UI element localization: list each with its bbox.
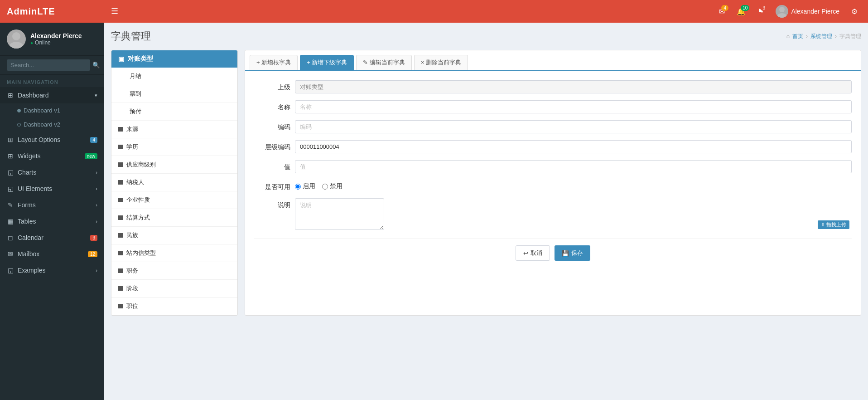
- sidebar-item-mailbox[interactable]: ✉ Mailbox 12: [0, 246, 104, 262]
- ui-icon: ◱: [7, 185, 14, 192]
- dict-group-header[interactable]: 站内信类型: [111, 244, 237, 262]
- dict-active-item[interactable]: ▣ 对账类型: [111, 50, 237, 68]
- navbar-right: ✉ 4 🔔 10 ⚑ 3 Alexander Pierce ⚙: [715, 3, 861, 20]
- cancel-button[interactable]: ↩ 取消: [516, 245, 550, 261]
- sidebar-item-forms[interactable]: ✎ Forms ›: [0, 197, 104, 213]
- sidebar-item-charts[interactable]: ◱ Charts ›: [0, 164, 104, 180]
- upload-button[interactable]: ⇧ 拖拽上传: [818, 220, 849, 229]
- dot-icon: [17, 123, 21, 127]
- sidebar-item-label: Layout Options: [18, 136, 87, 143]
- sidebar-item-widgets[interactable]: ⊞ Widgets new: [0, 148, 104, 164]
- search-button[interactable]: 🔍: [90, 62, 102, 68]
- parent-label: 上级: [254, 80, 290, 92]
- name-input[interactable]: [295, 100, 852, 113]
- tab-edit-current[interactable]: ✎ 编辑当前字典: [356, 55, 412, 70]
- plus-icon: +: [307, 59, 310, 66]
- sidebar-item-dashboard-v1[interactable]: Dashboard v1: [0, 103, 104, 117]
- dict-group-label: 阶段: [126, 284, 138, 293]
- tab-add-child[interactable]: + 新增下级字典: [300, 55, 354, 70]
- chevron-right-icon: ›: [96, 202, 97, 208]
- chevron-right-icon: ›: [96, 268, 97, 273]
- dict-group-company: 企业性质: [111, 191, 237, 209]
- sidebar-item-label: Mailbox: [18, 250, 84, 258]
- dict-group-header[interactable]: 来源: [111, 121, 237, 138]
- value-label: 值: [254, 160, 290, 171]
- dict-group-header[interactable]: 职务: [111, 262, 237, 279]
- chevron-right-icon: ›: [96, 219, 97, 224]
- tab-add-root[interactable]: + 新增根字典: [250, 55, 298, 70]
- user-menu[interactable]: Alexander Pierce: [772, 3, 843, 20]
- dict-group-header[interactable]: 阶段: [111, 280, 237, 297]
- flags-button[interactable]: ⚑ 3: [754, 5, 767, 18]
- tab-delete-current[interactable]: × 删除当前字典: [414, 55, 468, 70]
- dict-group-header[interactable]: 纳税人: [111, 174, 237, 191]
- square-icon: [118, 233, 123, 238]
- sidebar-user-info: Alexander Pierce Online: [30, 32, 82, 46]
- form-group-value: 值: [254, 160, 852, 173]
- level-code-input[interactable]: [295, 140, 852, 153]
- dict-group-header[interactable]: 企业性质: [111, 191, 237, 209]
- desc-input[interactable]: [295, 198, 384, 230]
- widgets-icon: ⊞: [7, 152, 14, 160]
- save-button[interactable]: 💾 保存: [555, 245, 590, 261]
- sidebar-item-layout-options[interactable]: ⊞ Layout Options 4: [0, 132, 104, 148]
- panel-body: 上级 名称 编码 层级编码: [245, 71, 861, 272]
- sidebar-item-dashboard-v2[interactable]: Dashboard v2: [0, 117, 104, 132]
- sidebar-search-box: 🔍: [0, 56, 104, 75]
- form-group-desc: 说明 ⇧ 拖拽上传: [254, 198, 852, 231]
- enable-label: 是否可用: [254, 180, 290, 191]
- mailbox-badge: 12: [88, 251, 97, 257]
- dict-group-header[interactable]: 结算方式: [111, 209, 237, 226]
- radio-enable[interactable]: [295, 184, 301, 190]
- breadcrumb-sep: ›: [806, 33, 808, 39]
- sidebar-user-status: Online: [30, 39, 82, 46]
- notifications-badge: 10: [741, 5, 749, 11]
- dict-group-header[interactable]: 供应商级别: [111, 156, 237, 173]
- breadcrumb-home[interactable]: 首页: [792, 33, 803, 40]
- page-header: 字典管理 ⌂ 首页 › 系统管理 › 字典管理: [111, 29, 861, 43]
- upload-label: 拖拽上传: [826, 221, 846, 228]
- value-input[interactable]: [295, 160, 852, 173]
- dict-group-header[interactable]: 职位: [111, 298, 237, 315]
- radio-disable[interactable]: [322, 184, 328, 190]
- sidebar-item-tables[interactable]: ▦ Tables ›: [0, 213, 104, 229]
- charts-icon: ◱: [7, 169, 14, 176]
- sidebar-item-calendar[interactable]: ◻ Calendar 3: [0, 229, 104, 246]
- dict-sub-item[interactable]: 预付: [111, 103, 237, 121]
- email-button[interactable]: ✉ 4: [715, 5, 728, 18]
- sidebar: Alexander Pierce Online 🔍 MAIN NAVIGATIO…: [0, 23, 104, 400]
- sidebar-toggle-button[interactable]: ☰: [111, 6, 118, 16]
- main-content: 字典管理 ⌂ 首页 › 系统管理 › 字典管理 ▣ 对账类型 月结 票到: [104, 23, 868, 400]
- square-icon: [118, 198, 123, 202]
- sidebar-item-examples[interactable]: ◱ Examples ›: [0, 262, 104, 278]
- settings-button[interactable]: ⚙: [848, 5, 861, 18]
- dict-group-label: 学历: [126, 143, 138, 151]
- svg-point-3: [10, 42, 23, 49]
- desc-label: 说明: [254, 198, 290, 210]
- sidebar-item-label: Calendar: [18, 234, 87, 241]
- code-input[interactable]: [295, 120, 852, 133]
- radio-disable-label[interactable]: 禁用: [322, 182, 342, 190]
- dict-sub-item[interactable]: 月结: [111, 68, 237, 85]
- dict-group-header[interactable]: 民族: [111, 227, 237, 244]
- sidebar-item-ui-elements[interactable]: ◱ UI Elements ›: [0, 180, 104, 197]
- notifications-button[interactable]: 🔔 10: [733, 5, 749, 18]
- sidebar-item-dashboard[interactable]: ⊞ Dashboard ▾: [0, 87, 104, 103]
- parent-input[interactable]: [295, 80, 852, 93]
- search-input[interactable]: [7, 59, 90, 71]
- square-icon: [118, 145, 123, 149]
- sidebar-avatar: [7, 29, 26, 49]
- form-group-name: 名称: [254, 100, 852, 113]
- form-group-level-code: 层级编码: [254, 140, 852, 153]
- layout-badge: 4: [90, 137, 97, 143]
- textarea-container: ⇧ 拖拽上传: [295, 198, 852, 231]
- svg-point-1: [777, 13, 786, 18]
- dict-group-supplier: 供应商级别: [111, 156, 237, 174]
- breadcrumb-system[interactable]: 系统管理: [810, 33, 832, 40]
- dict-sub-item[interactable]: 票到: [111, 85, 237, 103]
- undo-icon: ↩: [523, 250, 528, 257]
- dict-group-header[interactable]: 学历: [111, 138, 237, 156]
- form-group-code: 编码: [254, 120, 852, 133]
- name-label: 名称: [254, 100, 290, 112]
- radio-enable-label[interactable]: 启用: [295, 182, 315, 190]
